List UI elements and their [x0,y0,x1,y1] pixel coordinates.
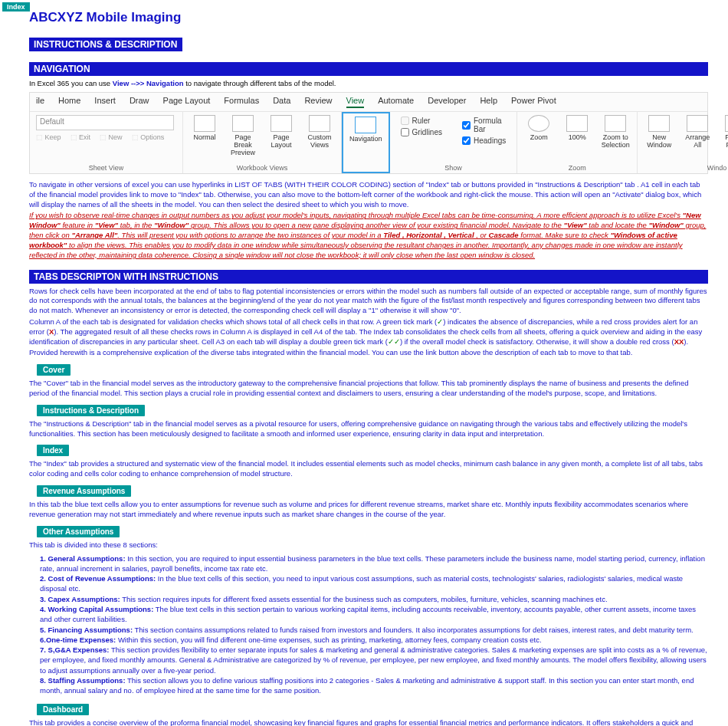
group-zoom-label: Zoom [523,163,631,172]
ribbon-tabs: ile Home Insert Draw Page Layout Formula… [30,93,707,112]
ribbon-tab-developer[interactable]: Developer [428,96,466,108]
index-desc: The "Index" tab provides a structured an… [29,459,708,479]
list-item: 3. Capex Assumptions: This section requi… [40,594,708,604]
page-title: ABCXYZ Mobile Imaging [29,10,708,25]
other-assumptions-list: 1. General Assumptions: In this section,… [40,554,708,696]
btn-normal[interactable]: Normal [189,115,220,141]
ribbon-tab-pagelayout[interactable]: Page Layout [163,96,211,108]
link-other-assumptions[interactable]: Other Assumptions [37,526,120,537]
chk-formulabar[interactable]: Formula Bar [462,117,506,133]
sheetview-commands: Keep Exit New Options [36,133,176,141]
index-tab-link[interactable]: Index [2,2,30,11]
link-dashboard[interactable]: Dashboard [37,704,89,715]
chk-gridlines[interactable]: Gridlines [401,128,442,136]
chk-ruler[interactable]: Ruler [401,117,442,125]
chk-headings[interactable]: Headings [462,136,506,145]
list-item: 5. Financing Assumptions: This section c… [40,625,708,635]
btn-zoom[interactable]: Zoom [523,115,554,141]
list-item: 8. Staffing Assumptions: This section al… [40,675,708,696]
ribbon-tab-data[interactable]: Data [273,96,290,108]
list-item: 7. S,G&A Expenses: This section provides… [40,645,708,675]
list-item: 4. Working Capital Assumptions: The blue… [40,604,708,625]
list-item: 2. Cost of Revenue Assumptions: In the b… [40,573,708,594]
link-revenue-assumptions[interactable]: Revenue Assumptions [37,485,131,497]
tabs-para-2: Column A of the each tab is designated f… [29,317,708,347]
btn-zoomsel[interactable]: Zoom to Selection [600,115,631,149]
nav-para-1: To navigate in other versions of excel y… [29,180,708,209]
btn-freezepanes[interactable]: Freeze Panes [720,115,728,149]
ribbon-tab-file[interactable]: ile [36,96,44,108]
ribbon-tab-home[interactable]: Home [58,96,80,108]
link-index[interactable]: Index [37,445,69,456]
section-navigation: NAVIGATION [29,62,708,76]
btn-arrangeall[interactable]: Arrange All [682,115,713,149]
section-tabs-desc: TABS DESCRIPTON WITH INSTRUCTIONS [29,270,708,284]
other-intro: This tab is divided into these 8 section… [29,540,708,550]
ribbon-tab-formulas[interactable]: Formulas [224,96,259,108]
list-item: 1. General Assumptions: In this section,… [40,554,708,574]
group-show-label: Show [396,163,511,172]
excel-ribbon: ile Home Insert Draw Page Layout Formula… [29,92,708,174]
cmd-exit[interactable]: Exit [71,133,91,141]
btn-zoom100[interactable]: 100% [562,115,592,141]
tabs-para-1: Rows for check cells have been incorpora… [29,287,708,316]
link-cover[interactable]: Cover [37,364,71,376]
list-item: 6.One-time Expenses: Within this section… [40,635,708,645]
dashboard-desc: This tab provides a concise overview of … [29,718,708,726]
cmd-new[interactable]: New [100,133,123,141]
cmd-options[interactable]: Options [132,133,165,141]
cmd-keep[interactable]: Keep [36,133,61,141]
btn-pagebreak[interactable]: Page Break Preview [228,115,258,156]
ribbon-tab-draw[interactable]: Draw [130,96,149,108]
ribbon-tab-view[interactable]: View [346,96,365,108]
btn-newwindow[interactable]: New Window [644,115,674,149]
ribbon-tab-automate[interactable]: Automate [378,96,414,108]
group-window-label: Windo [644,163,728,172]
ribbon-tab-help[interactable]: Help [480,96,497,108]
ribbon-tab-review[interactable]: Review [304,96,332,108]
btn-pagelayout[interactable]: Page Layout [266,115,297,149]
group-workbook-label: Workbook Views [189,163,335,172]
group-sheetview-label: Sheet View [36,163,176,172]
link-instructions[interactable]: Instructions & Description [37,405,145,416]
instructions-desc: The "Instructions & Description" tab in … [29,419,708,439]
btn-customviews[interactable]: Custom Views [304,115,335,149]
tabs-para-3: Provided herewith is a comprehensive exp… [29,348,708,358]
ribbon-tab-insert[interactable]: Insert [94,96,116,108]
nav-hint: In Excel 365 you can use View -->> Navig… [29,79,708,87]
btn-navigation[interactable]: Navigation [349,117,382,143]
cover-desc: The "Cover" tab in the financial model s… [29,379,708,399]
section-instructions: INSTRUCTIONS & DESCRIPTION [29,38,182,51]
ribbon-tab-powerpivot[interactable]: Power Pivot [511,96,556,108]
nav-para-2: If you wish to observe real-time changes… [29,211,708,260]
revenue-desc: In this tab the blue text cells allow yo… [29,500,708,520]
page-content: ABCXYZ Mobile Imaging INSTRUCTIONS & DES… [0,0,728,726]
sheetview-dropdown[interactable]: Default [36,115,174,130]
